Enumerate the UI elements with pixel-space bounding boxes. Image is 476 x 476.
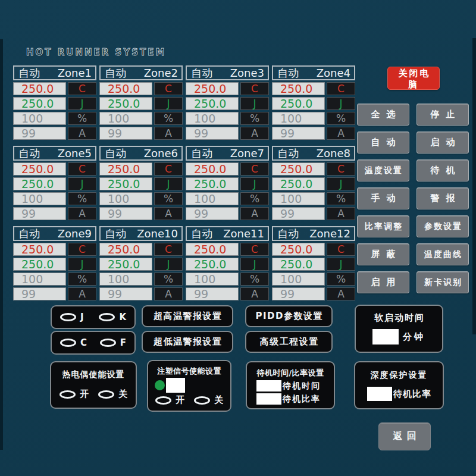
action-button-10[interactable]: 参数设置 bbox=[416, 215, 469, 237]
zone-value-cell: 250.0 bbox=[99, 177, 152, 190]
value-input[interactable] bbox=[256, 380, 281, 392]
action-button-label: 停止 bbox=[417, 109, 468, 120]
zone-value-cell: 250.0 bbox=[272, 258, 325, 271]
zone-unit-cell: C bbox=[327, 162, 355, 176]
zone-header: 自动 Zone1 bbox=[13, 65, 96, 80]
action-button-11[interactable]: 屏蔽 bbox=[357, 243, 409, 265]
zone-rows: 250.0 C 250.0 J 100 % 99 A bbox=[186, 162, 269, 220]
action-button-5[interactable]: 温度设置 bbox=[357, 159, 409, 181]
zone-rows: 250.0 C 250.0 J 100 % 99 A bbox=[272, 162, 355, 220]
action-button-12[interactable]: 温度曲线 bbox=[416, 243, 469, 265]
action-button-8[interactable]: 警报 bbox=[416, 187, 469, 209]
action-button-label: 警报 bbox=[417, 193, 468, 204]
option-toggle-J[interactable]: J bbox=[60, 312, 84, 322]
action-button-14[interactable]: 新卡识别 bbox=[416, 271, 469, 293]
option-label: 关 bbox=[118, 389, 127, 400]
action-button-label: 启用 bbox=[358, 277, 409, 288]
action-button-9[interactable]: 比率调整 bbox=[357, 215, 409, 237]
zone-panel[interactable]: 自动 Zone8 250.0 C 250.0 J 100 % 99 A bbox=[272, 146, 355, 219]
zone-panel[interactable]: 自动 Zone2 250.0 C 250.0 J 100 % 99 A bbox=[99, 65, 183, 139]
option-toggle-关[interactable]: 关 bbox=[98, 389, 127, 400]
soft-start-panel: 软启动时间 分钟 bbox=[355, 305, 443, 353]
high-temp-alarm-settings-button[interactable]: 超高温警报设置 bbox=[142, 305, 233, 327]
zone-panel[interactable]: 自动 Zone7 250.0 C 250.0 J 100 % 99 A bbox=[186, 146, 269, 219]
zone-unit-cell: A bbox=[68, 287, 96, 300]
shutdown-computer-button[interactable]: 关闭电脑 bbox=[387, 67, 440, 90]
zone-panel[interactable]: 自动 Zone11 250.0 C 250.0 J 100 % 99 A bbox=[186, 226, 269, 299]
zone-unit-cell: C bbox=[240, 162, 269, 176]
zone-value-cell: 100 bbox=[186, 112, 239, 125]
zone-row: 99 A bbox=[272, 127, 355, 140]
zone-panel[interactable]: 自动 Zone3 250.0 C 250.0 J 100 % 99 A bbox=[186, 65, 269, 139]
option-toggle-F[interactable]: F bbox=[100, 337, 126, 348]
zone-value-cell: 250.0 bbox=[272, 97, 325, 110]
zone-header: 自动 Zone5 bbox=[13, 146, 96, 161]
zone-panel[interactable]: 自动 Zone12 250.0 C 250.0 J 100 % 99 A bbox=[272, 226, 355, 299]
action-button-label: 启动 bbox=[417, 137, 468, 148]
zone-value-cell: 250.0 bbox=[99, 162, 152, 176]
action-button-6[interactable]: 待机 bbox=[416, 159, 469, 181]
zone-row: 250.0 J bbox=[13, 177, 96, 190]
option-toggle-C[interactable]: C bbox=[60, 337, 87, 348]
action-button-1[interactable]: 全选 bbox=[357, 104, 409, 126]
advanced-engineering-settings-button[interactable]: 高级工程设置 bbox=[245, 331, 333, 353]
value-field-row: 待机比率 bbox=[256, 393, 334, 405]
zone-name-label: Zone9 bbox=[58, 227, 92, 240]
zone-value-cell: 99 bbox=[99, 207, 152, 220]
zone-panel[interactable]: 自动 Zone9 250.0 C 250.0 J 100 % 99 A bbox=[13, 226, 96, 299]
action-button-label: 全选 bbox=[358, 109, 409, 120]
zone-value-cell: 100 bbox=[13, 273, 66, 286]
zone-value-cell: 250.0 bbox=[13, 162, 66, 176]
option-toggle-K[interactable]: K bbox=[99, 312, 126, 322]
action-button-13[interactable]: 启用 bbox=[357, 271, 409, 293]
low-temp-alarm-settings-button[interactable]: 超低温警报设置 bbox=[142, 331, 233, 353]
soft-start-input[interactable] bbox=[372, 329, 399, 345]
zone-row: 99 A bbox=[186, 207, 269, 220]
zone-row: 100 % bbox=[272, 112, 355, 125]
zone-unit-cell: A bbox=[154, 287, 183, 300]
zone-unit-cell: A bbox=[240, 207, 269, 220]
zone-header: 自动 Zone9 bbox=[13, 226, 96, 241]
injection-input[interactable] bbox=[166, 378, 185, 393]
zone-unit-cell: A bbox=[327, 207, 355, 220]
zone-header: 自动 Zone12 bbox=[272, 226, 355, 241]
thermocouple-enable-panel: 热电偶使能设置 开 关 bbox=[50, 361, 137, 409]
oval-indicator-icon bbox=[100, 339, 116, 347]
zone-panel[interactable]: 自动 Zone5 250.0 C 250.0 J 100 % 99 A bbox=[13, 146, 96, 219]
action-button-4[interactable]: 启动 bbox=[416, 131, 469, 154]
option-toggle-关[interactable]: 关 bbox=[194, 394, 223, 406]
zone-unit-cell: % bbox=[240, 273, 269, 286]
action-button-2[interactable]: 停止 bbox=[416, 104, 469, 126]
oval-indicator-icon bbox=[60, 313, 76, 321]
zone-panel[interactable]: 自动 Zone4 250.0 C 250.0 J 100 % 99 A bbox=[272, 65, 355, 139]
return-button[interactable]: 返回 bbox=[378, 422, 431, 450]
zone-rows: 250.0 C 250.0 J 100 % 99 A bbox=[13, 82, 96, 140]
zone-unit-cell: C bbox=[68, 162, 96, 176]
zone-header: 自动 Zone4 bbox=[272, 65, 355, 80]
action-button-7[interactable]: 手动 bbox=[357, 187, 409, 209]
zone-unit-cell: C bbox=[154, 82, 183, 95]
zone-panel[interactable]: 自动 Zone6 250.0 C 250.0 J 100 % 99 A bbox=[99, 146, 183, 219]
action-button-3[interactable]: 自动 bbox=[357, 131, 409, 154]
zone-rows: 250.0 C 250.0 J 100 % 99 A bbox=[99, 82, 183, 140]
zone-unit-cell: J bbox=[154, 97, 183, 110]
zone-value-cell: 99 bbox=[272, 127, 325, 140]
option-toggle-开[interactable]: 开 bbox=[155, 394, 184, 406]
zone-value-cell: 99 bbox=[13, 287, 66, 300]
zone-mode-label: 自动 bbox=[18, 227, 40, 241]
zone-name-label: Zone11 bbox=[223, 227, 264, 240]
value-input[interactable] bbox=[367, 387, 392, 401]
value-input[interactable] bbox=[256, 393, 281, 405]
zone-value-cell: 100 bbox=[13, 192, 66, 205]
zone-row: 99 A bbox=[13, 207, 96, 220]
option-toggle-开[interactable]: 开 bbox=[60, 389, 89, 400]
zone-rows: 250.0 C 250.0 J 100 % 99 A bbox=[99, 243, 183, 300]
zone-unit-cell: C bbox=[154, 162, 183, 176]
right-edge-shadow bbox=[472, 38, 476, 334]
zone-mode-label: 自动 bbox=[277, 146, 299, 161]
zone-panel[interactable]: 自动 Zone10 250.0 C 250.0 J 100 % 99 A bbox=[99, 226, 183, 299]
pidd-settings-button[interactable]: PIDD参数设置 bbox=[245, 305, 333, 327]
zone-header: 自动 Zone11 bbox=[186, 226, 269, 241]
zone-panel[interactable]: 自动 Zone1 250.0 C 250.0 J 100 % 99 A bbox=[13, 65, 96, 139]
zone-row: 99 A bbox=[272, 287, 355, 300]
